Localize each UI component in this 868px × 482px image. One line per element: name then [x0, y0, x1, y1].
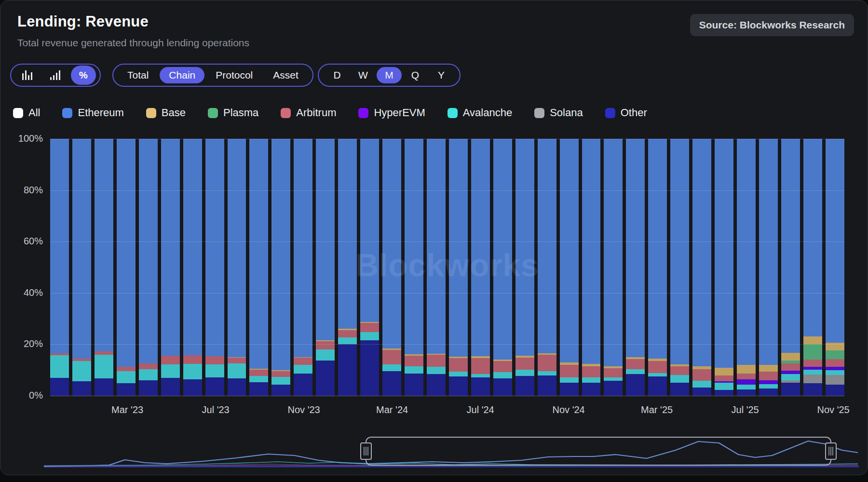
legend-item-other[interactable]: Other [605, 107, 647, 119]
brush-handle-left[interactable] [361, 443, 371, 459]
segment-ethereum [648, 139, 667, 359]
bar-mar24[interactable] [382, 139, 401, 396]
segment-other [538, 375, 556, 396]
bar-sep24[interactable] [515, 139, 534, 396]
bar-nov25[interactable] [826, 139, 844, 396]
bar-apr23[interactable] [139, 139, 158, 396]
brush-window[interactable] [366, 437, 831, 465]
tab-total[interactable]: Total [118, 67, 158, 83]
interval-d[interactable]: D [325, 67, 350, 83]
bar-aug23[interactable] [228, 139, 246, 396]
brush-handle-right[interactable] [826, 443, 836, 459]
segment-ethereum [205, 139, 224, 356]
segment-other [382, 371, 401, 396]
timeline-navigator[interactable] [0, 433, 868, 482]
bar-aug24[interactable] [493, 139, 512, 396]
interval-q[interactable]: Q [403, 67, 428, 83]
legend-item-plasma[interactable]: Plasma [208, 107, 258, 119]
bar-oct23[interactable] [271, 139, 290, 396]
bar-dec22[interactable] [50, 139, 69, 396]
interval-w[interactable]: W [351, 67, 376, 83]
segment-arbitrum [781, 363, 800, 371]
segment-ethereum [515, 139, 534, 356]
x-tick-label: Nov '23 [288, 404, 320, 415]
segment-other [228, 378, 246, 396]
segment-ethereum [759, 139, 778, 365]
segment-avalanche [515, 370, 534, 376]
bar-jan24[interactable] [338, 139, 357, 396]
percent-icon[interactable]: % [71, 66, 96, 85]
bar-dec23[interactable] [316, 139, 335, 396]
segment-base [826, 343, 844, 350]
x-tick-label: Mar '23 [111, 404, 143, 415]
segment-other [604, 381, 623, 396]
legend-label: Base [162, 107, 186, 119]
bar-jun25[interactable] [715, 139, 733, 396]
segment-avalanche [95, 355, 113, 378]
legend-label: Solana [550, 107, 583, 119]
bar-jun24[interactable] [449, 139, 468, 396]
bar-may23[interactable] [161, 139, 180, 396]
legend-item-avalanche[interactable]: Avalanche [448, 107, 512, 119]
segment-ethereum [493, 139, 512, 360]
segment-avalanche [427, 367, 446, 374]
tab-chain[interactable]: Chain [160, 67, 204, 83]
bar-jan23[interactable] [72, 139, 91, 396]
segment-arbitrum [759, 372, 778, 380]
segment-arbitrum [249, 370, 268, 376]
segment-arbitrum [826, 359, 844, 367]
bar-oct25[interactable] [803, 139, 822, 396]
bar-feb23[interactable] [95, 139, 113, 396]
segment-ethereum [161, 139, 180, 356]
y-tick-label: 0% [8, 390, 43, 401]
legend-item-base[interactable]: Base [146, 107, 186, 119]
legend-item-all[interactable]: All [13, 107, 40, 119]
bar-may25[interactable] [692, 139, 711, 396]
bar-chart-icon[interactable] [15, 66, 40, 85]
ascending-bars-icon[interactable] [43, 66, 68, 85]
bar-apr24[interactable] [405, 139, 423, 396]
segment-ethereum [737, 139, 756, 365]
bar-jun23[interactable] [183, 139, 202, 396]
segment-avalanche [737, 385, 756, 390]
bar-nov23[interactable] [294, 139, 312, 396]
legend-swatch [146, 108, 156, 118]
bar-feb24[interactable] [360, 139, 379, 396]
legend-swatch [534, 108, 544, 118]
bar-apr25[interactable] [670, 139, 689, 396]
bar-aug25[interactable] [759, 139, 778, 396]
legend-item-ethereum[interactable]: Ethereum [62, 107, 123, 119]
segment-ethereum [826, 139, 844, 343]
y-tick-label: 20% [8, 338, 43, 349]
bar-sep25[interactable] [781, 139, 800, 396]
tab-asset[interactable]: Asset [264, 67, 308, 83]
segment-other [316, 361, 335, 396]
interval-y[interactable]: Y [429, 67, 454, 83]
segment-avalanche [360, 332, 379, 341]
bar-jul25[interactable] [737, 139, 756, 396]
chart-card: Lending: Revenue Total revenue generated… [0, 0, 868, 475]
bar-jul24[interactable] [471, 139, 490, 396]
bar-mar25[interactable] [648, 139, 667, 396]
bar-oct24[interactable] [538, 139, 556, 396]
bar-dec24[interactable] [582, 139, 601, 396]
segment-ethereum [249, 139, 268, 369]
segment-avalanche [294, 365, 312, 374]
segment-ethereum [692, 139, 711, 366]
legend-item-solana[interactable]: Solana [534, 107, 583, 119]
interval-m[interactable]: M [377, 67, 402, 83]
tab-protocol[interactable]: Protocol [206, 67, 262, 83]
y-tick-label: 80% [8, 185, 43, 196]
segment-arbitrum [183, 355, 202, 364]
bar-mar23[interactable] [117, 139, 136, 396]
bar-sep23[interactable] [249, 139, 268, 396]
segment-other [737, 389, 756, 396]
bar-may24[interactable] [427, 139, 446, 396]
legend-swatch [281, 108, 291, 118]
legend-item-arbitrum[interactable]: Arbitrum [281, 107, 336, 119]
bar-jan25[interactable] [604, 139, 623, 396]
legend-item-hyperevm[interactable]: HyperEVM [358, 107, 425, 119]
bar-nov24[interactable] [560, 139, 579, 396]
bar-jul23[interactable] [205, 139, 224, 396]
bar-feb25[interactable] [626, 139, 645, 396]
